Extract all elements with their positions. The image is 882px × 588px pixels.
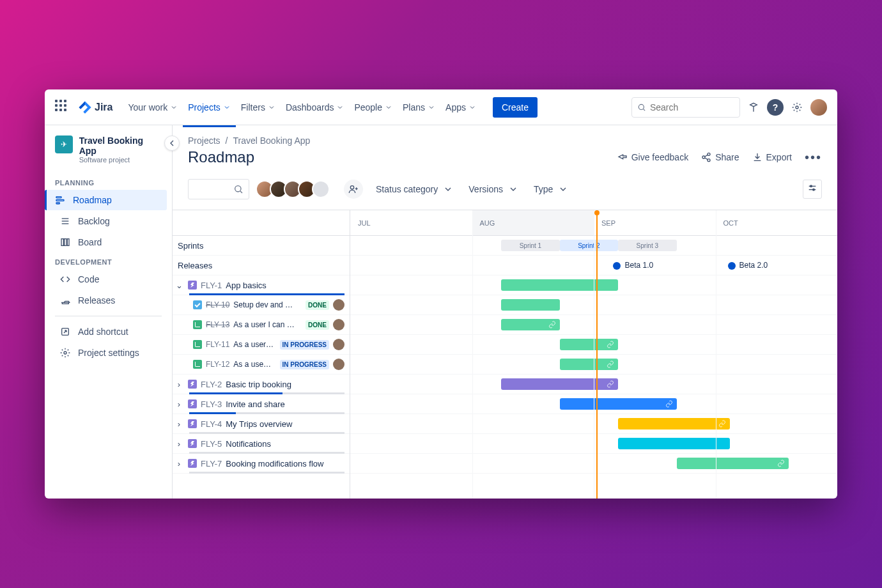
nav-item-projects[interactable]: Projects bbox=[183, 98, 236, 116]
versions-filter[interactable]: Versions bbox=[466, 182, 521, 197]
sprint-pill[interactable]: Sprint 2 bbox=[560, 240, 618, 251]
epic-bar[interactable] bbox=[501, 378, 618, 390]
epic-bar[interactable] bbox=[501, 279, 618, 291]
breadcrumb-item[interactable]: Travel Booking App bbox=[233, 135, 310, 146]
assignee-avatar[interactable] bbox=[333, 359, 344, 370]
chevron-down-icon bbox=[443, 184, 453, 194]
child-issue-row[interactable]: FLY-12As a use…IN PROGRESS bbox=[173, 355, 350, 375]
epic-bar[interactable] bbox=[618, 418, 730, 429]
chevron-down-icon bbox=[223, 104, 231, 111]
sidebar-item-board[interactable]: Board bbox=[50, 232, 167, 252]
sidebar-item-code[interactable]: Code bbox=[50, 269, 167, 290]
nav-item-apps[interactable]: Apps bbox=[440, 98, 481, 116]
give-feedback-button[interactable]: Give feedback bbox=[617, 152, 689, 162]
child-issue-row[interactable]: FLY-11As a user…IN PROGRESS bbox=[173, 335, 350, 355]
epic-row[interactable]: ›FLY-5Notifications bbox=[173, 434, 350, 454]
child-issue-row[interactable]: FLY-10Setup dev and …DONE bbox=[173, 295, 350, 315]
epic-bar[interactable] bbox=[560, 398, 677, 410]
epic-bar[interactable] bbox=[618, 438, 730, 449]
assignee-avatars[interactable] bbox=[259, 180, 330, 198]
issue-key: FLY-11 bbox=[206, 340, 229, 349]
nav-item-people[interactable]: People bbox=[349, 98, 398, 116]
chevron-right-icon[interactable]: › bbox=[174, 419, 184, 429]
export-button[interactable]: Export bbox=[752, 152, 792, 162]
type-filter[interactable]: Type bbox=[531, 182, 571, 197]
sprint-pill[interactable]: Sprint 1 bbox=[501, 240, 559, 251]
issue-summary: My Trips overview bbox=[226, 419, 344, 429]
settings-icon[interactable] bbox=[789, 99, 805, 116]
svg-rect-9 bbox=[61, 239, 63, 246]
project-header[interactable]: ✈ Travel Booking App Software project bbox=[45, 135, 172, 174]
assignee-avatar[interactable] bbox=[333, 299, 344, 311]
epic-bar[interactable] bbox=[501, 319, 559, 330]
chevron-down-icon bbox=[170, 104, 178, 111]
nav-item-your-work[interactable]: Your work bbox=[123, 98, 183, 116]
jira-icon bbox=[78, 100, 92, 114]
add-people-button[interactable] bbox=[344, 180, 363, 199]
issue-key: FLY-7 bbox=[201, 459, 222, 468]
nav-item-dashboards[interactable]: Dashboards bbox=[281, 98, 350, 116]
sidebar-collapse-button[interactable] bbox=[164, 135, 180, 151]
sidebar-item-releases[interactable]: Releases bbox=[50, 290, 167, 311]
epic-icon bbox=[188, 380, 197, 389]
story-icon bbox=[193, 320, 202, 329]
top-nav: Jira Your workProjectsFiltersDashboardsP… bbox=[45, 89, 837, 125]
chevron-down-icon[interactable]: ⌄ bbox=[174, 281, 184, 290]
assignee-avatar[interactable] bbox=[333, 339, 344, 350]
issue-summary: Booking modifications flow bbox=[226, 459, 344, 468]
epic-row[interactable]: ⌄FLY-1App basics bbox=[173, 275, 350, 295]
sidebar-item-project-settings[interactable]: Project settings bbox=[50, 343, 167, 363]
release-marker[interactable]: Beta 2.0 bbox=[728, 261, 768, 270]
profile-avatar[interactable] bbox=[810, 99, 827, 116]
product-logo[interactable]: Jira bbox=[78, 100, 112, 114]
create-button[interactable]: Create bbox=[493, 97, 538, 118]
issue-key: FLY-2 bbox=[201, 380, 222, 389]
chevron-right-icon[interactable]: › bbox=[174, 459, 184, 468]
chevron-right-icon[interactable]: › bbox=[174, 439, 184, 449]
epic-bar[interactable] bbox=[677, 458, 789, 469]
epic-bar[interactable] bbox=[501, 299, 559, 311]
notifications-icon[interactable] bbox=[745, 99, 762, 116]
epic-row[interactable]: ›FLY-3Invite and share bbox=[173, 394, 350, 414]
help-icon[interactable]: ? bbox=[767, 99, 784, 116]
epic-row[interactable]: ›FLY-7Booking modifications flow bbox=[173, 454, 350, 474]
global-search[interactable] bbox=[631, 97, 740, 118]
child-issue-row[interactable]: FLY-13As a user I can …DONE bbox=[173, 315, 350, 335]
epic-row[interactable]: ›FLY-2Basic trip booking bbox=[173, 375, 350, 394]
breadcrumb: Projects/ Travel Booking App bbox=[173, 125, 837, 146]
task-icon bbox=[193, 300, 202, 309]
svg-point-24 bbox=[810, 185, 812, 187]
share-button[interactable]: Share bbox=[701, 152, 739, 162]
sprint-pill[interactable]: Sprint 3 bbox=[618, 240, 676, 251]
breadcrumb-item[interactable]: Projects bbox=[188, 135, 220, 146]
nav-item-filters[interactable]: Filters bbox=[236, 98, 281, 116]
sidebar-item-add-shortcut[interactable]: Add shortcut bbox=[50, 321, 167, 342]
epic-bar[interactable] bbox=[560, 359, 618, 370]
more-actions-icon[interactable]: ••• bbox=[805, 150, 822, 165]
progress-bar bbox=[189, 293, 344, 295]
month-header: AUG bbox=[472, 210, 594, 235]
assignee-avatar[interactable] bbox=[333, 319, 344, 330]
roadmap-timeline[interactable]: JULAUGSEPOCT Sprint 1Sprint 2Sprint 3 Be… bbox=[350, 210, 837, 499]
view-settings-icon[interactable] bbox=[803, 180, 822, 199]
epic-row[interactable]: ›FLY-4My Trips overview bbox=[173, 414, 350, 434]
avatar-unassigned[interactable] bbox=[312, 180, 330, 198]
roadmap-search-input[interactable] bbox=[188, 179, 249, 199]
svg-line-1 bbox=[644, 109, 646, 111]
epic-bar[interactable] bbox=[560, 339, 618, 350]
search-input[interactable] bbox=[650, 102, 734, 112]
nav-item-plans[interactable]: Plans bbox=[398, 98, 440, 116]
svg-rect-11 bbox=[67, 239, 69, 246]
sidebar-item-backlog[interactable]: Backlog bbox=[50, 211, 167, 231]
epic-icon bbox=[188, 439, 197, 448]
chevron-right-icon[interactable]: › bbox=[174, 399, 184, 409]
app-switcher-icon[interactable] bbox=[55, 100, 70, 115]
sidebar-item-roadmap[interactable]: Roadmap bbox=[45, 190, 167, 210]
release-marker[interactable]: Beta 1.0 bbox=[613, 261, 653, 270]
chevron-right-icon[interactable]: › bbox=[174, 380, 184, 389]
issue-summary: As a use… bbox=[233, 360, 275, 369]
divider bbox=[55, 316, 162, 316]
section-label: DEVELOPMENT bbox=[45, 253, 172, 268]
status-category-filter[interactable]: Status category bbox=[373, 182, 456, 197]
chevron-down-icon bbox=[428, 104, 435, 111]
